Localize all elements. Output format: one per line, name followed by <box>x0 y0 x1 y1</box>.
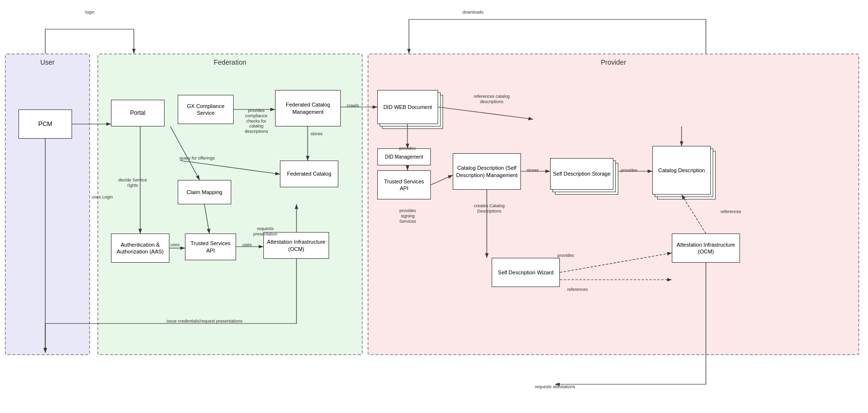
label-uses-login: uses Login <box>90 195 114 200</box>
label-crawls: crawls <box>347 103 359 108</box>
label-downloads: downloads <box>462 10 483 15</box>
label-decide-service-rights: decide Service rights <box>117 178 148 188</box>
trusted-services-prov-box: Trusted Services API <box>377 170 431 199</box>
section-federation-label: Federation <box>214 58 246 66</box>
pcm-box: PCM <box>18 109 72 139</box>
label-provides1: provides <box>399 146 416 151</box>
trusted-services-fed-box: Trusted Services API <box>185 233 236 260</box>
label-stores1: stores <box>311 131 323 137</box>
label-requests-presentation: requests presentation <box>246 226 285 237</box>
portal-box: Portal <box>111 100 165 126</box>
label-provides-signing: provides signing Services <box>392 208 424 224</box>
section-user-label: User <box>40 58 55 66</box>
federated-catalog-box: Federated Catalog <box>280 161 338 187</box>
label-creates-catalog: creates Catalog Descriptions <box>472 203 506 214</box>
label-uses2: uses <box>242 242 252 248</box>
label-provides-compliance: provides compliance checks for catalog d… <box>240 108 272 134</box>
federated-catalog-mgmt-box: Federated Catalog Management <box>275 90 341 126</box>
label-references2: references <box>567 287 588 292</box>
aas-box: Authentication & Authorization (AAS) <box>111 233 169 263</box>
claim-mapping-box: Claim Mapping <box>178 180 231 204</box>
label-query-for-offerings: query for offerings <box>178 156 217 161</box>
label-requests-attestations: requests attestations <box>526 384 584 390</box>
diagram-container: User Federation Provider PCM Portal GX C… <box>0 0 868 413</box>
label-stores2: stores <box>527 168 539 173</box>
label-provides3: provides <box>557 253 574 258</box>
self-desc-wizard-box: Self Description Wizard <box>492 258 560 287</box>
section-user: User <box>5 54 90 355</box>
catalog-desc-box: Catalog Description <box>652 146 711 195</box>
attestation-prov-box: Attestation Infrastructure (OCM) <box>672 233 740 263</box>
catalog-desc-mgmt-box: Catalog Description (Self Description) M… <box>453 153 521 190</box>
label-uses1: uses <box>170 242 180 248</box>
did-web-box: DID WEB Document <box>377 90 438 124</box>
section-provider-label: Provider <box>601 58 626 66</box>
label-provides2: provides <box>621 168 637 173</box>
self-desc-storage-box: Self Description Storage <box>550 158 613 190</box>
label-references-catalog: references catalog descriptions <box>467 94 516 105</box>
label-login: login <box>85 10 94 15</box>
gx-compliance-box: GX Compliance Service <box>178 95 234 124</box>
label-references1: references <box>720 209 741 215</box>
label-issue-credentials: issue credentials/request presentations <box>141 319 268 324</box>
